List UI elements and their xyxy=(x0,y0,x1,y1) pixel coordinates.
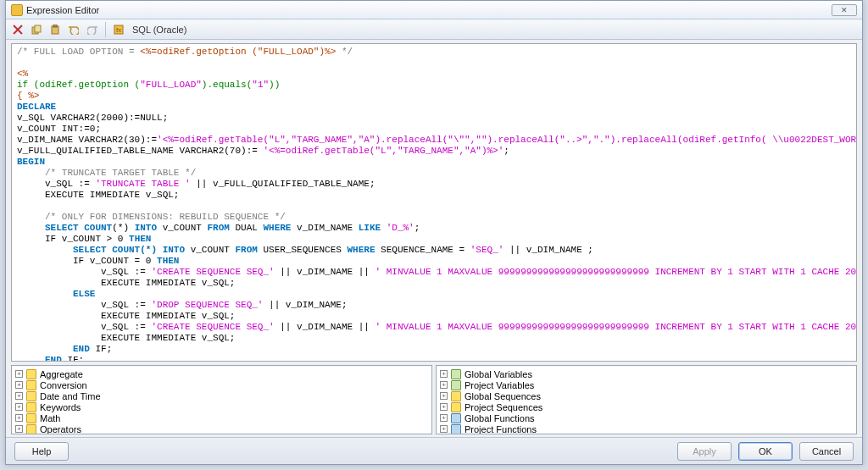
expand-icon[interactable]: + xyxy=(15,403,23,411)
tree-item-label: Operators xyxy=(40,424,81,434)
copy-icon[interactable] xyxy=(28,21,45,38)
undo-icon[interactable] xyxy=(65,21,82,38)
expression-icon[interactable]: fx xyxy=(110,21,127,38)
tree-item-label: Conversion xyxy=(40,380,87,390)
expand-icon[interactable]: + xyxy=(15,370,23,378)
expand-icon[interactable]: + xyxy=(440,403,448,411)
help-button[interactable]: Help xyxy=(14,442,69,461)
folder-icon xyxy=(26,380,36,390)
toolbar: fx SQL (Oracle) xyxy=(6,19,862,40)
tree-item-label: Project Sequences xyxy=(465,402,542,412)
code-editor[interactable]: /* FULL LOAD OPTION = <%=odiRef.getOptio… xyxy=(11,43,857,362)
close-button[interactable]: ✕ xyxy=(832,4,857,16)
tree-item[interactable]: +Date and Time xyxy=(15,390,428,401)
delete-icon[interactable] xyxy=(9,21,26,38)
expand-icon[interactable]: + xyxy=(15,414,23,422)
expand-icon[interactable]: + xyxy=(440,392,448,400)
tree-item[interactable]: +Operators xyxy=(15,423,428,434)
expand-icon[interactable]: + xyxy=(440,381,448,389)
folder-icon xyxy=(26,402,36,412)
folder-icon xyxy=(451,424,461,434)
functions-tree[interactable]: +Aggregate+Conversion+Date and Time+Keyw… xyxy=(11,365,432,434)
tree-item[interactable]: +Global Functions xyxy=(440,412,853,423)
app-icon xyxy=(11,4,23,16)
titlebar: Expression Editor ✕ xyxy=(6,1,862,19)
folder-icon xyxy=(451,369,461,379)
tree-item[interactable]: +Project Variables xyxy=(440,379,853,390)
apply-button[interactable]: Apply xyxy=(677,442,732,461)
folder-icon xyxy=(451,413,461,423)
tree-item[interactable]: +Global Variables xyxy=(440,368,853,379)
cancel-button[interactable]: Cancel xyxy=(799,442,854,461)
folder-icon xyxy=(26,413,36,423)
tree-item-label: Global Sequences xyxy=(465,391,541,401)
paste-icon[interactable] xyxy=(47,21,64,38)
redo-icon[interactable] xyxy=(84,21,101,38)
tree-item-label: Project Variables xyxy=(465,380,534,390)
tree-item[interactable]: +Math xyxy=(15,412,428,423)
expand-icon[interactable]: + xyxy=(440,425,448,433)
folder-icon xyxy=(26,424,36,434)
expand-icon[interactable]: + xyxy=(440,414,448,422)
toolbar-separator xyxy=(105,22,106,37)
tree-panels: +Aggregate+Conversion+Date and Time+Keyw… xyxy=(11,365,857,434)
folder-icon xyxy=(26,391,36,401)
tree-item-label: Global Functions xyxy=(465,413,535,423)
tree-item-label: Date and Time xyxy=(40,391,101,401)
window-title: Expression Editor xyxy=(26,5,99,15)
expand-icon[interactable]: + xyxy=(15,381,23,389)
svg-rect-5 xyxy=(53,25,57,27)
language-label: SQL (Oracle) xyxy=(129,25,190,35)
svg-rect-3 xyxy=(35,25,41,32)
tree-item[interactable]: +Project Functions xyxy=(440,423,853,434)
tree-item-label: Math xyxy=(40,413,60,423)
tree-item-label: Project Functions xyxy=(465,424,537,434)
expand-icon[interactable]: + xyxy=(15,425,23,433)
tree-item-label: Aggregate xyxy=(40,369,83,379)
expand-icon[interactable]: + xyxy=(15,392,23,400)
ok-button[interactable]: OK xyxy=(738,442,793,461)
tree-item[interactable]: +Global Sequences xyxy=(440,390,853,401)
expression-editor-window: Expression Editor ✕ fx SQL (Oracle) /* F… xyxy=(5,0,863,465)
tree-item[interactable]: +Keywords xyxy=(15,401,428,412)
code-content[interactable]: /* FULL LOAD OPTION = <%=odiRef.getOptio… xyxy=(17,47,851,362)
folder-icon xyxy=(451,380,461,390)
svg-text:fx: fx xyxy=(116,26,121,34)
expand-icon[interactable]: + xyxy=(440,370,448,378)
tree-item-label: Keywords xyxy=(40,402,81,412)
variables-tree[interactable]: +Global Variables+Project Variables+Glob… xyxy=(436,365,857,434)
tree-item-label: Global Variables xyxy=(465,369,532,379)
folder-icon xyxy=(451,391,461,401)
folder-icon xyxy=(26,369,36,379)
tree-item[interactable]: +Project Sequences xyxy=(440,401,853,412)
folder-icon xyxy=(451,402,461,412)
bottom-bar: Help Apply OK Cancel xyxy=(6,437,862,464)
tree-item[interactable]: +Conversion xyxy=(15,379,428,390)
tree-item[interactable]: +Aggregate xyxy=(15,368,428,379)
